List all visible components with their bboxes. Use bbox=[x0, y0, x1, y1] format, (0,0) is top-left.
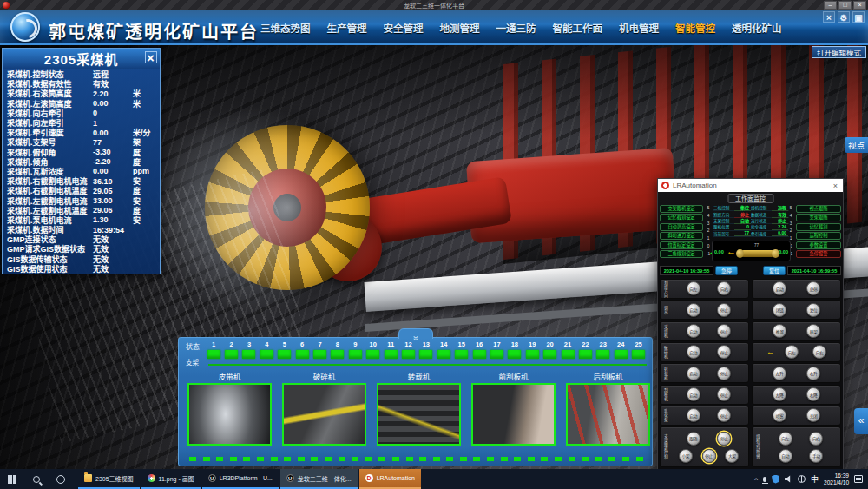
camera-thumbnail[interactable] bbox=[566, 383, 650, 446]
viewpoint-tab[interactable]: 视点 bbox=[845, 137, 868, 153]
close-button[interactable]: × bbox=[853, 1, 866, 10]
lr-right-button-0[interactable]: 视点跟随 bbox=[796, 205, 841, 213]
taskbar-item-4[interactable]: DLRAutomation bbox=[359, 469, 421, 489]
indicator-number: 13 bbox=[418, 340, 435, 348]
round-button-向左[interactable]: 向左 bbox=[687, 281, 700, 295]
round-button-停止[interactable]: 停止 bbox=[717, 303, 731, 317]
edit-mode-button[interactable]: 打开编辑模式 bbox=[812, 46, 866, 58]
round-button-左降[interactable]: 左降 bbox=[773, 387, 786, 401]
round-button-向左[interactable]: 向左 bbox=[785, 345, 799, 359]
lr-left-button-2[interactable]: 自动调高设定 bbox=[660, 223, 703, 231]
nav-item-2[interactable]: 安全管理 bbox=[384, 21, 424, 35]
green-dash bbox=[311, 457, 318, 461]
lr-right-button-5[interactable]: 急停报警 bbox=[796, 250, 841, 258]
round-button-自动[interactable]: 自动 bbox=[779, 449, 792, 463]
tray-volume-icon[interactable] bbox=[785, 475, 792, 483]
lr-left-button-1[interactable]: 记忆截割设定 bbox=[660, 214, 703, 221]
taskbar-item-0[interactable]: 2305三维视图 bbox=[78, 469, 140, 489]
taskbar-clock[interactable]: 16:39 2021/4/10 bbox=[824, 472, 849, 486]
action-center-icon[interactable] bbox=[854, 475, 863, 483]
round-button-停止[interactable]: 停止 bbox=[717, 345, 731, 359]
round-button-小架[interactable]: 小架 bbox=[679, 449, 693, 463]
search-button[interactable] bbox=[24, 469, 49, 489]
round-button-停止[interactable]: 停止 bbox=[717, 408, 731, 422]
round-button-手动[interactable]: 手动 bbox=[809, 449, 823, 463]
nav-item-7[interactable]: 智能管控 bbox=[675, 21, 715, 35]
reset-button[interactable]: 复位 bbox=[763, 266, 786, 275]
round-button-启动[interactable]: 启动 bbox=[687, 303, 700, 317]
round-button-向左[interactable]: 向左 bbox=[779, 432, 792, 446]
window-mode-icon[interactable]: ▣ bbox=[852, 11, 865, 23]
round-button-停止[interactable]: 停止 bbox=[717, 324, 731, 338]
round-button-右降[interactable]: 右降 bbox=[806, 387, 820, 401]
shearer-position-marker[interactable] bbox=[740, 250, 775, 257]
round-button-启动[interactable]: 启动 bbox=[687, 345, 700, 359]
round-button-推溜[interactable]: 推溜 bbox=[773, 324, 786, 338]
tray-ime-indicator[interactable]: 中 bbox=[811, 473, 819, 485]
collapse-chevron-icon[interactable]: « bbox=[398, 328, 433, 339]
taskbar-item-3[interactable]: U龙软二三维一体化... bbox=[280, 469, 358, 489]
round-button-启动[interactable]: 启动 bbox=[687, 367, 700, 380]
round-button-向右[interactable]: 向右 bbox=[812, 345, 826, 359]
lr-titlebar[interactable]: LRAutomation × bbox=[658, 179, 843, 192]
round-button-向右[interactable]: 向右 bbox=[809, 432, 823, 446]
round-button-左升[interactable]: 左升 bbox=[773, 367, 786, 380]
taskbar-item-1[interactable]: 11.png - 画图 bbox=[141, 469, 201, 489]
round-button-启动[interactable]: 启动 bbox=[773, 281, 786, 295]
nav-item-1[interactable]: 生产管理 bbox=[327, 21, 367, 35]
lr-left-button-0[interactable]: 支架跟机设定 bbox=[660, 205, 703, 213]
minimize-button[interactable]: – bbox=[824, 1, 837, 10]
camera-thumbnail[interactable] bbox=[282, 383, 366, 446]
nav-item-6[interactable]: 机电管理 bbox=[619, 21, 659, 35]
lr-left-button-3[interactable]: 斜切进刀设定 bbox=[660, 232, 703, 240]
round-button-大架[interactable]: 大架 bbox=[725, 449, 739, 463]
round-button-启动[interactable]: 启动 bbox=[687, 408, 700, 422]
tray-mic-icon[interactable] bbox=[763, 477, 766, 482]
round-button-启动[interactable]: 启动 bbox=[687, 324, 700, 338]
lr-left-button-4[interactable]: 位置标定设定 bbox=[660, 241, 703, 249]
lr-right-button-3[interactable]: 远程控制 bbox=[796, 232, 841, 240]
nav-item-3[interactable]: 地测管理 bbox=[440, 21, 480, 35]
round-button-停止[interactable]: 停止 bbox=[717, 432, 731, 446]
panel-side-tab[interactable]: « bbox=[854, 408, 868, 434]
taskbar-item-2[interactable]: ULR3DPlatform - U... bbox=[202, 469, 279, 489]
tools-icon[interactable]: × bbox=[823, 11, 835, 23]
estop-button[interactable]: 急停 bbox=[715, 266, 738, 275]
round-button-喷雾[interactable]: 喷雾 bbox=[773, 408, 786, 422]
green-dash bbox=[541, 457, 548, 461]
round-button-右升[interactable]: 右升 bbox=[806, 367, 820, 380]
camera-thumbnail[interactable] bbox=[377, 383, 461, 446]
lr-left-button-5[interactable]: 三角煤割设定 bbox=[660, 250, 703, 258]
tray-network-icon[interactable] bbox=[798, 475, 806, 483]
tray-shield-icon[interactable] bbox=[772, 475, 779, 484]
camera-thumbnail[interactable] bbox=[187, 383, 272, 446]
panel-close-icon[interactable]: × bbox=[145, 51, 157, 63]
round-button-停止[interactable]: 停止 bbox=[702, 449, 716, 463]
lr-right-button-2[interactable]: 记忆截割 bbox=[796, 223, 841, 231]
gear-icon[interactable]: ⚙ bbox=[838, 11, 850, 23]
round-button-复位[interactable]: 复位 bbox=[806, 303, 820, 317]
tray-chevron-up-icon[interactable]: ^ bbox=[754, 476, 758, 484]
round-button-关闭[interactable]: 关闭 bbox=[806, 408, 820, 422]
nav-item-5[interactable]: 智能工作面 bbox=[553, 21, 603, 35]
lr-right-button-4[interactable]: 参数设置 bbox=[796, 241, 841, 249]
lr-close-icon[interactable]: × bbox=[832, 182, 839, 190]
round-button-总停[interactable]: 总停 bbox=[806, 281, 820, 295]
round-button-移架[interactable]: 移架 bbox=[806, 324, 820, 338]
position-slider[interactable]: 0.00 ← 77 0.00 bbox=[712, 241, 791, 261]
maximize-button[interactable]: □ bbox=[838, 1, 852, 10]
round-button-跟随[interactable]: 跟随 bbox=[687, 432, 700, 446]
nav-item-4[interactable]: 一通三防 bbox=[496, 21, 536, 35]
round-button-闭锁[interactable]: 闭锁 bbox=[773, 303, 786, 317]
lr-right-button-1[interactable]: 支架跟随 bbox=[796, 214, 841, 221]
green-status-square bbox=[402, 350, 415, 359]
round-button-停止[interactable]: 停止 bbox=[717, 387, 731, 401]
nav-item-8[interactable]: 透明化矿山 bbox=[732, 21, 782, 35]
round-button-向右[interactable]: 向右 bbox=[717, 281, 731, 295]
camera-thumbnail[interactable] bbox=[471, 383, 556, 446]
nav-item-0[interactable]: 三维态势图 bbox=[260, 21, 311, 35]
round-button-启动[interactable]: 启动 bbox=[687, 387, 700, 401]
round-button-停止[interactable]: 停止 bbox=[717, 367, 731, 380]
start-button[interactable] bbox=[0, 469, 24, 489]
cortana-button[interactable] bbox=[49, 469, 73, 489]
